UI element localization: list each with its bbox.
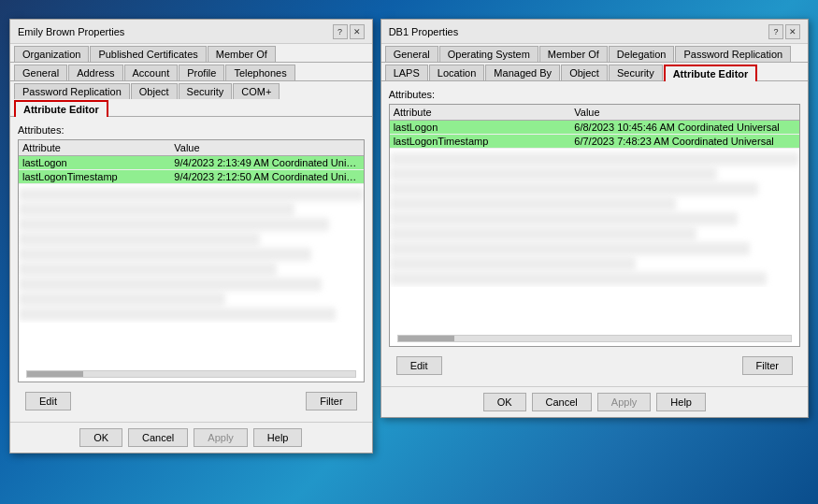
tab-com-plus[interactable]: COM+	[233, 83, 280, 99]
emily-content: Attributes: Attribute Value lastLogon 9/…	[10, 117, 372, 422]
emily-table-header: Attribute Value	[19, 140, 364, 156]
cell-attr-0: lastLogon	[22, 157, 174, 168]
emily-attr-table: Attribute Value lastLogon 9/4/2023 2:13:…	[18, 139, 365, 382]
db1-content: Attributes: Attribute Value lastLogon 6/…	[381, 81, 808, 386]
db1-blurred-rows	[390, 152, 799, 285]
emily-brown-dialog: Emily Brown Properties ? ✕ Organization …	[9, 19, 373, 454]
tab-password-replication-2[interactable]: Password Replication	[675, 46, 791, 62]
emily-edit-btn[interactable]: Edit	[25, 392, 71, 410]
tab-member-of-2[interactable]: Member Of	[539, 46, 608, 62]
table-row[interactable]: lastLogon 6/8/2023 10:45:46 AM Coordinat…	[390, 121, 799, 135]
tab-security-2[interactable]: Security	[609, 65, 663, 80]
emily-tabs-row3: Password Replication Object Security COM…	[10, 81, 372, 117]
db1-filter-btn[interactable]: Filter	[742, 356, 793, 375]
emily-ok-btn[interactable]: OK	[79, 428, 122, 447]
db1-col-val: Value	[574, 107, 796, 118]
db1-close-btn[interactable]: ✕	[785, 24, 800, 39]
emily-attr-label: Attributes:	[18, 124, 365, 136]
db1-attr-table: Attribute Value lastLogon 6/8/2023 10:45…	[389, 104, 800, 347]
emily-titlebar-buttons: ? ✕	[333, 24, 365, 39]
tab-delegation[interactable]: Delegation	[609, 46, 675, 62]
tab-location[interactable]: Location	[429, 65, 485, 80]
tab-object-2[interactable]: Object	[561, 65, 608, 80]
emily-titlebar: Emily Brown Properties ? ✕	[10, 20, 372, 44]
db1-scrollbar-thumb	[398, 336, 454, 341]
db1-title: DB1 Properties	[389, 26, 459, 37]
tab-telephones[interactable]: Telephones	[225, 65, 294, 80]
emily-tabs-row2: General Address Account Profile Telephon…	[10, 63, 372, 81]
tab-laps[interactable]: LAPS	[385, 65, 428, 80]
table-row[interactable]: lastLogonTimestamp 9/4/2023 2:12:50 AM C…	[19, 170, 364, 184]
emily-col-val: Value	[174, 142, 359, 153]
db1-scrollbar[interactable]	[397, 335, 792, 342]
db1-cell-val-1: 6/7/2023 7:48:23 AM Coordinated Universa…	[574, 136, 796, 147]
db1-cell-attr-1: lastLogonTimestamp	[394, 136, 575, 147]
tab-attribute-editor-2[interactable]: Attribute Editor	[664, 65, 758, 81]
cell-val-1: 9/4/2023 2:12:50 AM Coordinated Universa…	[174, 171, 359, 182]
emily-table-body: lastLogon 9/4/2023 2:13:49 AM Coordinate…	[19, 156, 364, 323]
emily-bottom-btns: Edit Filter	[18, 388, 365, 414]
table-row[interactable]: lastLogonTimestamp 6/7/2023 7:48:23 AM C…	[390, 135, 799, 149]
emily-scrollbar[interactable]	[26, 370, 356, 378]
emily-scrollbar-thumb	[27, 371, 83, 377]
db1-tabs-row1: General Operating System Member Of Deleg…	[381, 44, 808, 63]
db1-titlebar-buttons: ? ✕	[768, 24, 800, 39]
tab-security-1[interactable]: Security	[179, 83, 233, 99]
db1-help-footer-btn[interactable]: Help	[656, 393, 706, 411]
emily-close-btn[interactable]: ✕	[350, 24, 365, 39]
emily-help-footer-btn[interactable]: Help	[253, 428, 303, 447]
emily-help-btn[interactable]: ?	[333, 24, 348, 39]
db1-cell-val-0: 6/8/2023 10:45:46 AM Coordinated Univers…	[574, 122, 796, 133]
cell-attr-1: lastLogonTimestamp	[22, 171, 174, 182]
emily-title: Emily Brown Properties	[18, 26, 124, 37]
emily-filter-btn[interactable]: Filter	[306, 392, 356, 410]
db1-dialog: DB1 Properties ? ✕ General Operating Sys…	[380, 19, 809, 418]
db1-bottom-btns: Edit Filter	[389, 353, 800, 379]
cell-val-0: 9/4/2023 2:13:49 AM Coordinated Universa…	[174, 157, 359, 168]
tab-managed-by[interactable]: Managed By	[485, 65, 560, 80]
tab-general-1[interactable]: General	[14, 65, 67, 80]
db1-footer: OK Cancel Apply Help	[381, 386, 808, 417]
tab-object-1[interactable]: Object	[131, 83, 178, 99]
emily-col-attr: Attribute	[22, 142, 174, 153]
db1-tabs-row2: LAPS Location Managed By Object Security…	[381, 63, 808, 81]
db1-ok-btn[interactable]: OK	[483, 393, 526, 411]
emily-blurred-rows	[19, 188, 364, 321]
tab-account[interactable]: Account	[124, 65, 179, 80]
db1-col-attr: Attribute	[394, 107, 575, 118]
tab-address[interactable]: Address	[68, 65, 122, 80]
tab-profile[interactable]: Profile	[179, 65, 224, 80]
table-row[interactable]: lastLogon 9/4/2023 2:13:49 AM Coordinate…	[19, 156, 364, 170]
tab-organization[interactable]: Organization	[14, 46, 89, 62]
db1-titlebar: DB1 Properties ? ✕	[381, 20, 808, 44]
emily-footer: OK Cancel Apply Help	[10, 422, 372, 453]
tab-os[interactable]: Operating System	[439, 46, 538, 62]
emily-tabs-row1: Organization Published Certificates Memb…	[10, 44, 372, 63]
db1-apply-btn[interactable]: Apply	[597, 393, 652, 411]
db1-help-btn[interactable]: ?	[768, 24, 783, 39]
db1-attr-label: Attributes:	[389, 89, 800, 100]
tab-published-certs[interactable]: Published Certificates	[90, 46, 206, 62]
db1-cell-attr-0: lastLogon	[394, 122, 575, 133]
db1-table-header: Attribute Value	[390, 105, 799, 121]
db1-cancel-btn[interactable]: Cancel	[532, 393, 592, 411]
tab-general-2[interactable]: General	[385, 46, 438, 62]
db1-edit-btn[interactable]: Edit	[396, 356, 442, 375]
tab-member-of-1[interactable]: Member Of	[208, 46, 276, 62]
emily-apply-btn[interactable]: Apply	[194, 428, 248, 447]
emily-cancel-btn[interactable]: Cancel	[128, 428, 188, 447]
tab-password-replication-1[interactable]: Password Replication	[14, 83, 130, 99]
tab-attribute-editor-1[interactable]: Attribute Editor	[14, 100, 108, 117]
db1-table-body: lastLogon 6/8/2023 10:45:46 AM Coordinat…	[390, 121, 799, 287]
